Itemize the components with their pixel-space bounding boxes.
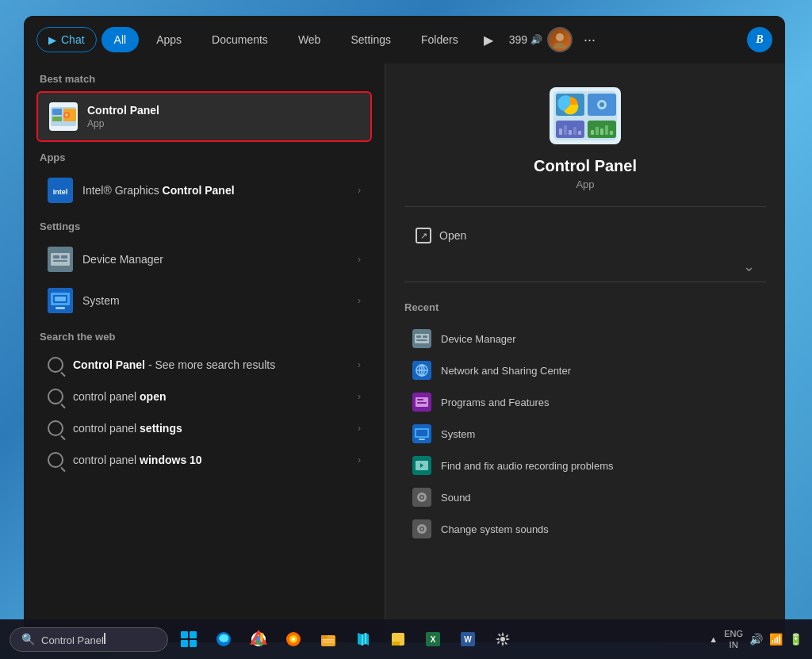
- svg-rect-79: [323, 639, 334, 641]
- best-match-item[interactable]: Control Panel App: [36, 91, 372, 142]
- svg-rect-42: [423, 335, 427, 338]
- apps-section-label: Apps: [36, 151, 372, 163]
- tab-documents[interactable]: Documents: [199, 27, 281, 52]
- play-button[interactable]: ▶: [476, 27, 501, 52]
- tab-folders[interactable]: Folders: [408, 27, 471, 52]
- svg-point-90: [500, 637, 505, 642]
- web-cp-settings-item[interactable]: control panel settings ›: [36, 412, 372, 444]
- svg-rect-80: [323, 642, 334, 643]
- excel-icon[interactable]: X: [419, 625, 447, 653]
- svg-rect-41: [416, 335, 421, 338]
- svg-text:Intel: Intel: [53, 188, 68, 196]
- chrome-icon[interactable]: [244, 625, 273, 653]
- recent-item-sound[interactable]: Sound: [404, 481, 766, 513]
- web-cp-win10-item[interactable]: control panel windows 10 ›: [36, 444, 372, 476]
- explorer-icon[interactable]: [314, 625, 343, 653]
- svg-rect-38: [610, 131, 613, 135]
- sticky-notes-icon[interactable]: [384, 625, 412, 653]
- svg-rect-78: [321, 635, 327, 638]
- bing-icon[interactable]: B: [747, 27, 772, 52]
- edge-icon[interactable]: [209, 625, 238, 653]
- tab-bar: ▶ Chat All Apps Documents Web Settings F…: [24, 16, 785, 63]
- recent-system-sounds-icon: [412, 519, 431, 538]
- web-search-icon-3: [48, 420, 63, 436]
- best-match-text: Control Panel App: [87, 104, 359, 129]
- svg-rect-32: [578, 131, 581, 135]
- locale-display: ENG IN: [724, 628, 743, 651]
- recent-item-device-manager[interactable]: Device Manager: [404, 323, 766, 354]
- detail-title: Control Panel: [404, 157, 766, 175]
- device-manager-item[interactable]: Device Manager ›: [36, 239, 372, 280]
- best-match-title: Control Panel: [87, 104, 359, 117]
- svg-rect-30: [569, 130, 572, 135]
- svg-rect-20: [55, 297, 66, 301]
- taskbar-right: ▲ ENG IN 🔊 📶 🔋: [709, 628, 802, 651]
- recent-sound-icon: [412, 488, 431, 507]
- recent-item-audio[interactable]: Find and fix audio recording problems: [404, 450, 766, 481]
- web-control-panel-item[interactable]: Control Panel - See more search results …: [36, 349, 372, 381]
- open-icon: ↗: [416, 228, 431, 243]
- recent-system-icon: [412, 424, 431, 443]
- tab-all[interactable]: All: [102, 27, 140, 52]
- recent-item-programs[interactable]: Programs and Features: [404, 386, 766, 418]
- detail-divider-2: [404, 282, 766, 282]
- best-match-subtitle: App: [87, 118, 359, 129]
- recent-label: Recent: [404, 301, 766, 313]
- svg-point-76: [292, 638, 295, 641]
- best-match-label: Best match: [36, 73, 372, 85]
- tab-apps[interactable]: Apps: [144, 27, 194, 52]
- svg-rect-43: [416, 339, 427, 341]
- tab-chat[interactable]: ▶ Chat: [36, 27, 97, 52]
- maps-icon[interactable]: [349, 625, 377, 653]
- recent-item-system[interactable]: System: [404, 418, 766, 450]
- web-section-label: Search the web: [36, 331, 372, 343]
- tab-documents-label: Documents: [212, 33, 268, 46]
- start-button[interactable]: [174, 625, 203, 653]
- more-options-button[interactable]: ···: [577, 29, 602, 52]
- intel-graphics-item[interactable]: Intel Intel® Graphics Control Panel ›: [36, 170, 372, 211]
- system-label: System: [82, 294, 358, 307]
- user-avatar[interactable]: [547, 27, 573, 52]
- device-manager-arrow-icon: ›: [358, 254, 361, 265]
- svg-rect-70: [190, 640, 197, 647]
- open-button[interactable]: ↗ Open: [404, 220, 766, 251]
- web-search-icon-1: [48, 357, 63, 373]
- recent-item-network[interactable]: Network and Sharing Center: [404, 354, 766, 386]
- tab-folders-label: Folders: [421, 33, 458, 46]
- settings-section-label: Settings: [36, 220, 372, 232]
- web-cp-win10-label: control panel windows 10: [73, 454, 358, 466]
- recent-item-system-sounds[interactable]: Change system sounds: [404, 513, 766, 545]
- web-open-arrow-icon: ›: [358, 391, 361, 402]
- search-popup: ▶ Chat All Apps Documents Web Settings F…: [24, 16, 785, 642]
- svg-rect-35: [596, 127, 599, 135]
- tab-settings[interactable]: Settings: [338, 27, 404, 52]
- system-arrow-icon: ›: [358, 295, 361, 306]
- system-item[interactable]: System ›: [36, 280, 372, 321]
- web-settings-arrow-icon: ›: [358, 423, 361, 434]
- recent-sound-label: Sound: [441, 492, 471, 504]
- svg-rect-29: [564, 125, 567, 135]
- svg-rect-68: [190, 631, 197, 638]
- svg-rect-69: [181, 640, 188, 647]
- chevron-down-icon: ⌄: [743, 258, 755, 275]
- firefox-icon[interactable]: [279, 625, 308, 653]
- svg-rect-12: [51, 253, 70, 266]
- svg-rect-14: [61, 255, 67, 259]
- svg-point-1: [553, 43, 566, 48]
- taskbar-search[interactable]: 🔍 Control Panel: [10, 627, 168, 652]
- result-count: 399 🔊: [509, 33, 542, 46]
- detail-icon-area: [404, 87, 766, 144]
- right-panel: Control Panel App ↗ Open ⌄ Recent: [385, 63, 785, 642]
- recent-programs-label: Programs and Features: [441, 397, 550, 408]
- web-cp-open-item[interactable]: control panel open ›: [36, 381, 372, 412]
- collapse-button[interactable]: ⌄: [404, 251, 766, 282]
- taskbar-search-icon: 🔍: [21, 633, 35, 646]
- detail-divider-1: [404, 206, 766, 207]
- svg-point-8: [65, 113, 68, 117]
- web-search-icon-4: [48, 452, 63, 468]
- svg-rect-37: [605, 125, 608, 135]
- svg-rect-67: [181, 631, 188, 638]
- settings-taskbar-icon[interactable]: [488, 625, 517, 653]
- tab-web[interactable]: Web: [285, 27, 334, 52]
- word-icon[interactable]: W: [454, 625, 482, 653]
